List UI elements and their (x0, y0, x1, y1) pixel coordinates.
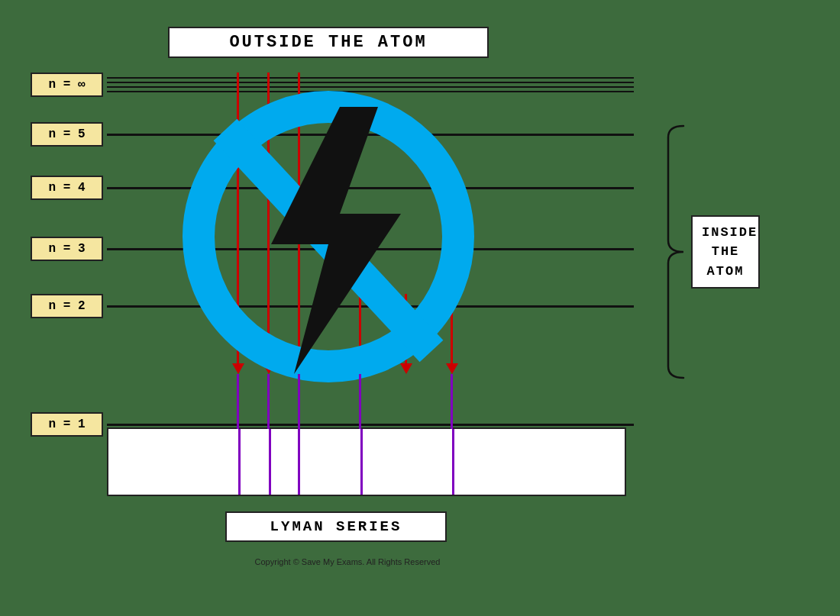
outside-title-text: OUTSIDE THE ATOM (229, 33, 427, 52)
arrow-3 (298, 73, 300, 374)
purple-connector-5 (451, 374, 453, 429)
levels-area: n = ∞ n = 5 n = 4 n = 3 n = 2 (31, 73, 634, 447)
level-n-inf: n = ∞ (31, 73, 634, 97)
level-line-n-5 (107, 134, 634, 136)
level-n-3: n = 3 (31, 237, 634, 261)
purple-connector-4 (359, 374, 361, 429)
level-label-n-inf: n = ∞ (31, 73, 103, 97)
level-label-n-4: n = 4 (31, 176, 103, 200)
spectrum-line-3 (298, 429, 300, 495)
level-label-n-5: n = 5 (31, 122, 103, 147)
inside-atom-section: INSIDETHE ATOM (664, 122, 760, 382)
level-label-n-1: n = 1 (31, 412, 103, 437)
diagram-container: OUTSIDE THE ATOM n = ∞ n = 5 n = 4 n = 3 (31, 23, 672, 588)
inside-atom-label: INSIDETHE ATOM (691, 215, 760, 289)
arrow-1 (237, 73, 239, 374)
spectrum-line-5 (452, 429, 454, 495)
arrow-2 (267, 73, 270, 374)
inside-brace-icon (664, 122, 687, 382)
level-label-n-2: n = 2 (31, 294, 103, 318)
level-line-n-1 (107, 424, 634, 426)
level-lines-n-inf (107, 77, 634, 92)
copyright-text: Copyright © Save My Exams. All Rights Re… (31, 557, 664, 566)
arrow-5 (405, 294, 407, 374)
outside-title: OUTSIDE THE ATOM (168, 27, 489, 58)
level-line-n-2 (107, 305, 634, 308)
level-line-n-4 (107, 187, 634, 189)
level-label-n-3: n = 3 (31, 237, 103, 261)
arrow-6 (451, 294, 453, 374)
level-line-n-3 (107, 248, 634, 250)
purple-connector-2 (267, 374, 270, 429)
spectrum-bar (107, 427, 626, 496)
level-n-4: n = 4 (31, 176, 634, 200)
level-n-2: n = 2 (31, 294, 634, 318)
lyman-series-label: LYMAN SERIES (225, 511, 447, 542)
purple-connector-1 (237, 374, 239, 429)
level-n-5: n = 5 (31, 122, 634, 147)
arrow-4 (359, 237, 361, 374)
spectrum-line-2 (269, 429, 271, 495)
spectrum-line-4 (360, 429, 363, 495)
spectrum-line-1 (238, 429, 241, 495)
purple-connector-3 (298, 374, 300, 429)
